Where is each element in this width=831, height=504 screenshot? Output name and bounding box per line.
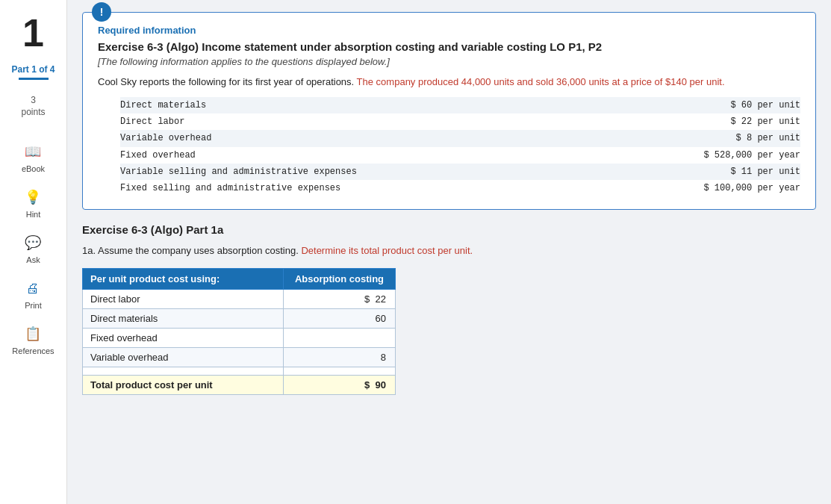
row-label-cell: Fixed overhead [83, 329, 284, 348]
sidebar: 1 Part 1 of 4 3 points 📖 eBook 💡 Hint 💬 … [0, 0, 67, 504]
info-body-text: Cool Sky reports the following for its f… [98, 75, 800, 90]
table-row [83, 367, 396, 376]
total-value-cell: $ 90 [284, 376, 396, 395]
row-value-cell: $ 22 [284, 290, 396, 309]
exercise-instruction: 1a. Assume the company uses absorption c… [82, 243, 816, 258]
row-value-cell [284, 329, 396, 348]
data-row-value: $ 528,000 per year [666, 148, 800, 163]
table-row: Fixed overhead [83, 329, 396, 348]
data-row-label: Direct labor [120, 114, 382, 129]
table-row: Direct labor $ 22 [83, 290, 396, 309]
row-label-cell [83, 367, 284, 376]
data-row: Variable overhead$ 8 per unit [120, 130, 800, 146]
data-table: Direct materials$ 60 per unitDirect labo… [120, 97, 800, 197]
data-row-value: $ 8 per unit [666, 131, 800, 146]
data-row-label: Variable selling and administrative expe… [120, 164, 382, 179]
info-icon: ! [92, 2, 111, 22]
sidebar-icons: 📖 eBook 💡 Hint 💬 Ask 🖨 Print 📋 Reference… [12, 141, 54, 355]
points-value: points [21, 107, 45, 117]
ebook-label: eBook [22, 164, 45, 173]
exercise-subtitle: [The following information applies to th… [98, 56, 800, 67]
hint-icon: 💡 [22, 187, 43, 208]
row-value-cell [284, 367, 396, 376]
sidebar-ebook-button[interactable]: 📖 eBook [22, 141, 45, 173]
product-cost-table: Per unit product cost using: Absorption … [82, 268, 396, 395]
references-icon: 📋 [22, 323, 43, 344]
row-label-cell: Variable overhead [83, 348, 284, 367]
instruction-highlight: Determine its total product cost per uni… [301, 245, 473, 256]
table-row: Variable overhead 8 [83, 348, 396, 367]
data-row-label: Fixed overhead [120, 148, 382, 163]
total-label-cell: Total product cost per unit [83, 376, 284, 395]
ebook-icon: 📖 [22, 141, 43, 162]
references-label: References [12, 346, 54, 355]
data-row-value: $ 22 per unit [666, 114, 800, 129]
hint-label: Hint [26, 210, 41, 219]
sidebar-ask-button[interactable]: 💬 Ask [22, 232, 43, 264]
exercise-section: Exercise 6-3 (Algo) Part 1a 1a. Assume t… [82, 223, 816, 396]
data-row: Direct materials$ 60 per unit [120, 97, 800, 113]
data-row-value: $ 11 per unit [666, 164, 800, 179]
data-row-label: Fixed selling and administrative expense… [120, 181, 382, 196]
required-information-label: Required information [98, 25, 800, 36]
data-row-label: Direct materials [120, 98, 382, 113]
main-content: ! Required information Exercise 6-3 (Alg… [67, 0, 831, 504]
print-label: Print [25, 301, 42, 310]
instruction-static: 1a. Assume the company uses absorption c… [82, 245, 299, 256]
data-row: Fixed overhead$ 528,000 per year [120, 147, 800, 164]
row-label-cell: Direct materials [83, 309, 284, 329]
print-icon: 🖨 [22, 278, 43, 299]
row-value-cell: 60 [284, 309, 396, 329]
points-label: 3 [31, 95, 36, 105]
col2-header: Absorption costing [284, 269, 396, 290]
sidebar-references-button[interactable]: 📋 References [12, 323, 54, 355]
part-bar [19, 78, 49, 80]
sidebar-print-button[interactable]: 🖨 Print [22, 278, 43, 310]
col1-header: Per unit product cost using: [83, 269, 284, 290]
ask-icon: 💬 [22, 232, 43, 253]
sidebar-hint-button[interactable]: 💡 Hint [22, 187, 43, 219]
data-row: Fixed selling and administrative expense… [120, 180, 800, 196]
ask-label: Ask [26, 255, 40, 264]
data-row-value: $ 60 per unit [666, 98, 800, 113]
row-label-cell: Direct labor [83, 290, 284, 309]
data-row-label: Variable overhead [120, 131, 382, 146]
question-number: 1 [22, 13, 44, 52]
data-row-value: $ 100,000 per year [666, 181, 800, 196]
total-row: Total product cost per unit $ 90 [83, 376, 396, 395]
total-dollar-sign: $ [364, 379, 373, 391]
info-box: ! Required information Exercise 6-3 (Alg… [82, 12, 816, 210]
data-row: Direct labor$ 22 per unit [120, 113, 800, 130]
exercise-title-main: Exercise 6-3 (Algo) Income statement und… [98, 40, 800, 53]
part-label: Part 1 of 4 [11, 64, 55, 75]
row-value-cell: 8 [284, 348, 396, 367]
body-highlight-text: The company produced 44,000 units and so… [357, 76, 725, 87]
data-row: Variable selling and administrative expe… [120, 164, 800, 180]
dollar-sign: $ [364, 293, 373, 305]
table-row: Direct materials 60 [83, 309, 396, 329]
body-static-text: Cool Sky reports the following for its f… [98, 76, 354, 87]
exercise-part-title: Exercise 6-3 (Algo) Part 1a [82, 223, 816, 236]
